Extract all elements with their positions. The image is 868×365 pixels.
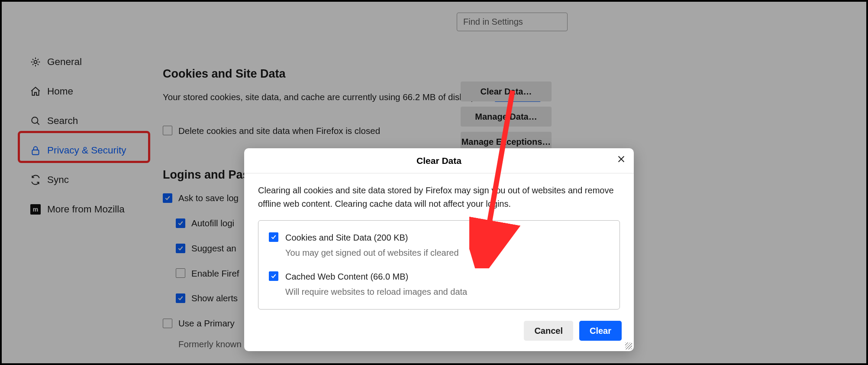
svg-point-0 (34, 61, 37, 64)
svg-rect-2 (32, 150, 39, 155)
sidebar-item-home[interactable]: Home (25, 77, 134, 106)
clear-data-button[interactable]: Clear Data… (461, 81, 552, 101)
sidebar-label: Home (47, 86, 73, 97)
cancel-button[interactable]: Cancel (524, 321, 573, 341)
suggest-label: Suggest an (191, 241, 236, 255)
sidebar-label: General (47, 56, 82, 68)
cookies-option-label: Cookies and Site Data (200 KB) (285, 231, 459, 244)
home-icon (30, 86, 41, 97)
svg-point-1 (32, 117, 38, 123)
ask-save-label: Ask to save log (178, 191, 239, 205)
sidebar-item-sync[interactable]: Sync (25, 165, 134, 195)
sidebar-label: Sync (47, 174, 69, 186)
sidebar-item-privacy-security[interactable]: Privacy & Security (25, 136, 134, 165)
clear-data-dialog: Clear Data Clearing all cookies and site… (244, 148, 634, 351)
sync-icon (30, 174, 41, 186)
sidebar-label: More from Mozilla (47, 204, 125, 215)
settings-sidebar: General Home Search Privacy & Security S… (25, 47, 134, 224)
cache-option-sub: Will require websites to reload images a… (285, 285, 467, 299)
close-icon[interactable] (616, 154, 626, 166)
dialog-options: Cookies and Site Data (200 KB) You may g… (258, 220, 620, 310)
enable-firef-checkbox[interactable] (176, 268, 185, 278)
cookies-option-sub: You may get signed out of websites if cl… (285, 246, 459, 260)
clear-button[interactable]: Clear (579, 321, 622, 341)
autofill-label: Autofill logi (191, 216, 234, 230)
sidebar-item-search[interactable]: Search (25, 106, 134, 136)
autofill-checkbox[interactable] (176, 218, 185, 228)
mozilla-icon: m (30, 204, 41, 215)
ask-save-checkbox[interactable] (163, 193, 172, 203)
dialog-desc: Clearing all cookies and site data store… (258, 184, 620, 211)
dialog-title: Clear Data (416, 156, 461, 166)
dialog-header: Clear Data (244, 148, 634, 173)
alerts-label: Show alerts (191, 291, 238, 305)
enable-firef-label: Enable Firef (191, 267, 239, 280)
cookies-desc-text: Your stored cookies, site data, and cach… (163, 92, 495, 102)
search-input[interactable] (457, 13, 568, 31)
primary-pass-label: Use a Primary (178, 316, 235, 330)
sidebar-item-more-mozilla[interactable]: m More from Mozilla (25, 195, 134, 224)
lock-icon (30, 145, 41, 156)
cache-checkbox[interactable] (269, 271, 278, 281)
delete-on-close-label: Delete cookies and site data when Firefo… (178, 124, 380, 138)
cookies-checkbox[interactable] (269, 232, 278, 242)
cache-option-label: Cached Web Content (66.0 MB) (285, 270, 467, 284)
alerts-checkbox[interactable] (176, 293, 185, 303)
delete-on-close-checkbox[interactable] (163, 126, 172, 135)
sidebar-item-general[interactable]: General (25, 47, 134, 77)
cookies-heading: Cookies and Site Data (163, 65, 578, 83)
gear-icon (30, 56, 41, 68)
sidebar-label: Search (47, 115, 78, 127)
suggest-checkbox[interactable] (176, 244, 185, 253)
manage-data-button[interactable]: Manage Data… (461, 107, 552, 127)
search-icon (30, 115, 41, 127)
primary-pass-checkbox[interactable] (163, 319, 172, 328)
sidebar-label: Privacy & Security (47, 145, 126, 156)
svg-text:m: m (33, 206, 38, 213)
